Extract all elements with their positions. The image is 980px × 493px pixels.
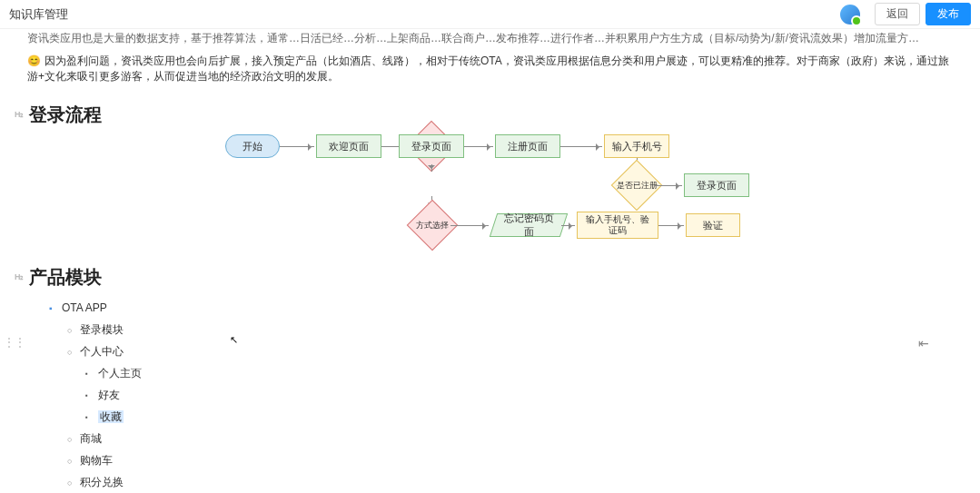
- flow-node-forgot-page: 忘记密码页面: [490, 213, 568, 237]
- heading-login-flow[interactable]: H₂ 登录流程: [29, 103, 964, 127]
- heading-modules[interactable]: H₂ 产品模块: [29, 265, 964, 290]
- module-list: OTA APP 登录模块 个人中心 个人主页 好友 收藏 商城 购物车 积分兑换: [44, 297, 964, 493]
- list-item[interactable]: 商城: [80, 428, 964, 449]
- arrow: [560, 146, 602, 147]
- list-item[interactable]: 好友: [98, 384, 964, 406]
- flow-node-register-page: 注册页面: [495, 134, 560, 158]
- flow-node-input-phone-code: 输入手机号、验证码: [577, 212, 658, 239]
- arrow: [658, 225, 684, 226]
- intro-bullet: 😊因为盈利问题，资讯类应用也会向后扩展，接入预定产品（比如酒店、线路），相对于传…: [16, 48, 964, 90]
- flow-node-start: 开始: [225, 134, 280, 158]
- back-button[interactable]: 返回: [875, 3, 920, 25]
- flow-node-verify: 验证: [686, 213, 740, 237]
- arrow: [450, 225, 489, 226]
- smile-emoji: 😊: [27, 54, 41, 67]
- mouse-cursor-icon: ↖: [230, 334, 238, 346]
- arrow: [431, 164, 432, 172]
- arrow: [280, 146, 314, 147]
- list-item[interactable]: 个人主页: [98, 362, 964, 384]
- flow-node-welcome: 欢迎页面: [316, 134, 381, 158]
- list-item[interactable]: 个人中心 个人主页 好友 收藏: [80, 340, 964, 428]
- flow-node-login-page2: 登录页面: [684, 173, 749, 197]
- arrow: [561, 225, 575, 226]
- flowchart: 开始 欢迎页面 选择 注册页面 输入手机号 登录页面 是否已注册 登录页面 方式…: [225, 134, 964, 252]
- document-content: 资讯类应用也是大量的数据支持，基于推荐算法，通常…日活已经…分析…上架商品…联合…: [0, 29, 980, 493]
- topbar: 知识库管理 返回 发布: [0, 0, 980, 29]
- list-item[interactable]: OTA APP 登录模块 个人中心 个人主页 好友 收藏 商城 购物车 积分兑换: [62, 297, 964, 493]
- truncated-text: 资讯类应用也是大量的数据支持，基于推荐算法，通常…日活已经…分析…上架商品…联合…: [16, 29, 964, 48]
- publish-button[interactable]: 发布: [926, 3, 971, 25]
- flow-node-login-page: 登录页面: [399, 134, 464, 158]
- outdent-icon[interactable]: ⇤: [918, 336, 929, 350]
- drag-handle-icon[interactable]: ⋮⋮: [4, 336, 25, 349]
- heading-marker: H₂: [15, 110, 25, 119]
- intro-bullet-text: 因为盈利问题，资讯类应用也会向后扩展，接入预定产品（比如酒店、线路），相对于传统…: [27, 54, 949, 83]
- list-item[interactable]: 登录模块: [80, 319, 964, 340]
- page-title: 知识库管理: [9, 6, 68, 23]
- heading-marker: H₂: [15, 272, 25, 281]
- list-item[interactable]: 收藏: [98, 406, 964, 428]
- avatar[interactable]: [840, 5, 860, 25]
- flow-node-input-phone: 输入手机号: [604, 134, 669, 158]
- list-item[interactable]: 积分兑换: [80, 471, 964, 493]
- list-item[interactable]: 购物车: [80, 449, 964, 471]
- arrow: [655, 185, 682, 186]
